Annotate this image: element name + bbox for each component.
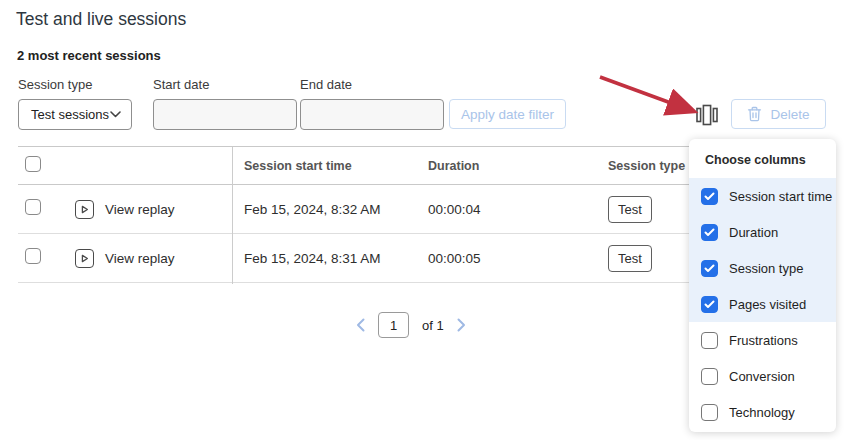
page-count-label: of 1 <box>422 318 444 333</box>
next-page-button[interactable] <box>457 318 466 332</box>
row-checkbox[interactable] <box>25 248 41 264</box>
row-checkbox[interactable] <box>25 199 41 215</box>
column-option-session-start-time[interactable]: Session start time <box>689 178 836 214</box>
checked-checkbox-icon[interactable] <box>701 188 718 205</box>
choose-columns-panel: Choose columns Session start time Durati… <box>689 139 836 432</box>
end-date-label: End date <box>300 77 352 92</box>
chevron-down-icon <box>110 111 121 118</box>
apply-date-filter-button[interactable]: Apply date filter <box>449 99 566 129</box>
column-option-conversion[interactable]: Conversion <box>689 358 836 394</box>
start-date-label: Start date <box>153 77 209 92</box>
pagination: 1 of 1 <box>356 310 466 340</box>
checked-checkbox-icon[interactable] <box>701 260 718 277</box>
trash-icon <box>747 106 762 122</box>
column-option-label: Pages visited <box>729 297 806 312</box>
select-all-checkbox[interactable] <box>25 156 41 172</box>
table-column-divider <box>232 147 233 284</box>
unchecked-checkbox-icon[interactable] <box>701 404 718 421</box>
unchecked-checkbox-icon[interactable] <box>701 368 718 385</box>
play-replay-button[interactable] <box>75 249 94 268</box>
cell-duration: 00:00:05 <box>428 251 608 266</box>
page-title: Test and live sessions <box>16 9 186 30</box>
column-option-session-type[interactable]: Session type <box>689 250 836 286</box>
column-option-label: Duration <box>729 225 778 240</box>
view-replay-link[interactable]: View replay <box>105 251 175 266</box>
choose-columns-button[interactable] <box>695 103 719 127</box>
session-type-label: Session type <box>18 77 92 92</box>
delete-button-label: Delete <box>770 107 809 122</box>
previous-page-button[interactable] <box>356 318 365 332</box>
current-page-input[interactable]: 1 <box>378 312 409 338</box>
cell-start-time: Feb 15, 2024, 8:32 AM <box>232 202 428 217</box>
play-replay-button[interactable] <box>75 200 94 219</box>
checked-checkbox-icon[interactable] <box>701 296 718 313</box>
header-duration: Duration <box>428 159 608 173</box>
session-type-select[interactable]: Test sessions <box>18 99 132 130</box>
choose-columns-title: Choose columns <box>689 139 836 178</box>
recent-sessions-count: 2 most recent sessions <box>17 48 161 63</box>
header-session-start-time: Session start time <box>232 159 428 173</box>
start-date-input[interactable] <box>153 99 297 130</box>
view-replay-link[interactable]: View replay <box>105 202 175 217</box>
checked-checkbox-icon[interactable] <box>701 224 718 241</box>
column-option-label: Frustrations <box>729 333 798 348</box>
apply-date-filter-label: Apply date filter <box>461 107 554 122</box>
cell-start-time: Feb 15, 2024, 8:31 AM <box>232 251 428 266</box>
column-option-label: Conversion <box>729 369 795 384</box>
delete-button[interactable]: Delete <box>731 99 826 129</box>
column-option-frustrations[interactable]: Frustrations <box>689 322 836 358</box>
column-option-label: Session start time <box>729 189 832 204</box>
column-option-label: Technology <box>729 405 795 420</box>
session-type-selected-value: Test sessions <box>31 107 109 122</box>
column-option-technology[interactable]: Technology <box>689 394 836 430</box>
column-option-duration[interactable]: Duration <box>689 214 836 250</box>
session-type-badge: Test <box>608 196 652 223</box>
red-annotation-arrow <box>592 68 710 122</box>
cell-duration: 00:00:04 <box>428 202 608 217</box>
session-type-badge: Test <box>608 245 652 272</box>
end-date-input[interactable] <box>300 99 444 130</box>
columns-icon <box>696 104 718 126</box>
unchecked-checkbox-icon[interactable] <box>701 332 718 349</box>
column-option-label: Session type <box>729 261 803 276</box>
column-option-pages-visited[interactable]: Pages visited <box>689 286 836 322</box>
